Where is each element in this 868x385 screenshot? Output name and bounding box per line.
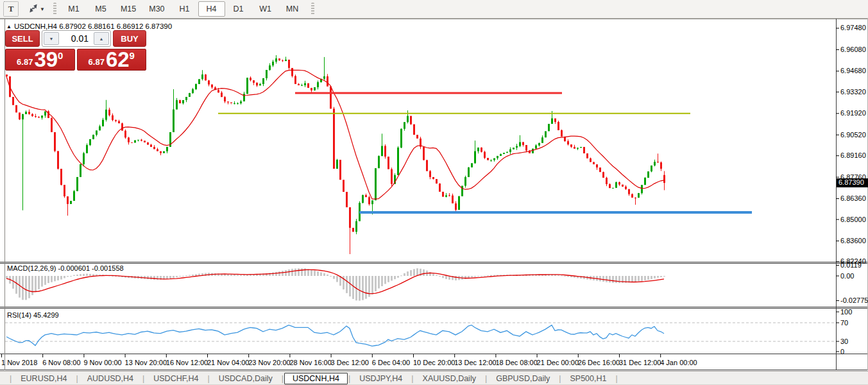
tab-separator: | — [10, 374, 12, 383]
one-click-trade-panel: SELL ▼ 0.01 ▲ BUY 6.87 39 0 6.87 62 9 — [5, 30, 146, 71]
text-tool-button[interactable]: T — [3, 1, 19, 17]
svg-text:6 Nov 08:00: 6 Nov 08:00 — [42, 359, 80, 366]
symbol-tab-bar: |EURUSD,H4|AUDUSD,H4|USDCHF,H4|USDCAD,Da… — [0, 371, 868, 385]
chart-tab-usdchf[interactable]: USDCHF,H4 — [145, 373, 207, 384]
svg-text:21 Nov 04:00: 21 Nov 04:00 — [207, 359, 249, 366]
tab-separator: | — [282, 374, 284, 383]
ask-price-button[interactable]: 6.87 62 9 — [77, 49, 147, 71]
chart-tab-gbpusd[interactable]: GBPUSD,Daily — [488, 373, 558, 384]
shapes-tool-button[interactable]: ▼ — [25, 1, 48, 17]
bid-price-prefix: 6.87 — [17, 57, 33, 67]
tab-separator: | — [559, 374, 561, 383]
bid-price-pip: 0 — [58, 50, 63, 61]
triangle-up-icon: ▲ — [6, 24, 12, 30]
svg-text:6.93320: 6.93320 — [840, 88, 866, 96]
svg-text:6.85000: 6.85000 — [840, 216, 866, 223]
timeframe-button-MN[interactable]: MN — [279, 1, 306, 17]
svg-text:0.00: 0.00 — [840, 272, 854, 280]
toolbar-gripper[interactable] — [53, 3, 56, 15]
svg-text:16 Nov 12:00: 16 Nov 12:00 — [166, 359, 208, 366]
lot-increase-button[interactable]: ▲ — [94, 32, 109, 45]
svg-text:0.0119: 0.0119 — [840, 261, 862, 269]
svg-text:1 Nov 2018: 1 Nov 2018 — [1, 359, 37, 366]
buy-button[interactable]: BUY — [113, 30, 146, 47]
svg-text:28 Nov 16:00: 28 Nov 16:00 — [289, 359, 331, 366]
svg-text:6.96080: 6.96080 — [840, 46, 866, 53]
chart-tab-sp500[interactable]: SP500,H1 — [561, 373, 615, 384]
svg-text:10 Dec 20:00: 10 Dec 20:00 — [413, 359, 455, 366]
bid-price-main: 39 — [34, 50, 58, 69]
svg-text:18 Dec 08:00: 18 Dec 08:00 — [495, 359, 537, 366]
chart-tab-audusd[interactable]: AUDUSD,H4 — [79, 373, 142, 384]
chart-tab-eurusd[interactable]: EURUSD,H4 — [12, 373, 75, 384]
svg-text:9 Nov 00:00: 9 Nov 00:00 — [83, 359, 121, 366]
svg-text:100: 100 — [840, 308, 852, 316]
chart-frame — [0, 19, 868, 370]
chart-tab-usdjpy[interactable]: USDJPY,H4 — [351, 373, 411, 384]
lot-decrease-button[interactable]: ▼ — [44, 32, 59, 45]
timeframe-button-H1[interactable]: H1 — [171, 1, 198, 17]
svg-text:70: 70 — [840, 319, 848, 327]
sell-button[interactable]: SELL — [5, 30, 40, 47]
timeframe-button-M30[interactable]: M30 — [142, 1, 171, 17]
svg-text:13 Dec 12:00: 13 Dec 12:00 — [454, 359, 496, 366]
chart-tab-usdcnh[interactable]: USDCNH,H4 — [284, 373, 348, 384]
svg-text:13 Nov 20:00: 13 Nov 20:00 — [125, 359, 167, 366]
timeframe-buttons: M1M5M15M30H1H4D1W1MN — [60, 1, 306, 17]
timeframe-button-M5[interactable]: M5 — [87, 1, 114, 17]
svg-text:0: 0 — [840, 348, 844, 355]
tab-separator: | — [207, 374, 209, 383]
tab-separator: | — [348, 374, 350, 383]
svg-text:31 Dec 12:00: 31 Dec 12:00 — [619, 359, 661, 366]
svg-text:6.94680: 6.94680 — [840, 67, 866, 74]
chart-ohlc: 6.87902 6.88161 6.86912 6.87390 — [59, 22, 172, 30]
chart-canvas[interactable]: 6.974806.960806.946806.933206.919206.905… — [0, 19, 868, 371]
chart-tab-usdcad[interactable]: USDCAD,Daily — [210, 373, 281, 384]
macd-label: MACD(12,26,9) -0.000601 -0.001558 — [7, 264, 124, 272]
svg-text:23 Nov 20:00: 23 Nov 20:00 — [248, 359, 290, 366]
rsi-label: RSI(14) 45.4299 — [7, 311, 59, 319]
trading-terminal-window: T ▼ M1M5M15M30H1H4D1W1MN 6.974806.960806… — [0, 0, 868, 385]
svg-text:-0.027754: -0.027754 — [840, 296, 868, 304]
chart-title: ▲USDCNH,H4 6.87902 6.88161 6.86912 6.873… — [6, 22, 172, 30]
lot-size-box: ▼ 0.01 ▲ — [42, 30, 111, 47]
svg-text:6 Dec 04:00: 6 Dec 04:00 — [372, 359, 410, 366]
toolbar-gripper[interactable] — [311, 3, 314, 15]
svg-text:6.97480: 6.97480 — [840, 24, 866, 31]
chart-tab-xauusd[interactable]: XAUUSD,Daily — [414, 373, 484, 384]
tab-separator: | — [76, 374, 78, 383]
timeframe-button-H4[interactable]: H4 — [198, 1, 225, 17]
svg-text:6.91920: 6.91920 — [840, 109, 866, 117]
svg-text:30: 30 — [840, 338, 848, 345]
svg-text:6.86360: 6.86360 — [840, 194, 866, 202]
timeframe-button-W1[interactable]: W1 — [252, 1, 279, 17]
svg-text:21 Dec 00:00: 21 Dec 00:00 — [537, 359, 579, 366]
chart-symbol: USDCNH,H4 — [14, 22, 57, 30]
lot-size-input[interactable]: 0.01 — [60, 31, 92, 46]
svg-text:3 Dec 12:00: 3 Dec 12:00 — [331, 359, 369, 366]
svg-text:6.83600: 6.83600 — [840, 237, 866, 244]
tab-separator: | — [615, 374, 617, 383]
tab-separator: | — [485, 374, 487, 383]
svg-text:26 Dec 16:00: 26 Dec 16:00 — [578, 359, 620, 366]
svg-text:6.90520: 6.90520 — [840, 131, 866, 139]
tab-separator: | — [142, 374, 144, 383]
timeframe-button-M1[interactable]: M1 — [60, 1, 87, 17]
chevron-down-icon: ▼ — [40, 6, 45, 12]
timeframe-button-D1[interactable]: D1 — [225, 1, 252, 17]
crossed-arrows-icon — [28, 4, 38, 15]
toolbar: T ▼ M1M5M15M30H1H4D1W1MN — [0, 0, 868, 19]
ask-price-pip: 9 — [130, 50, 135, 61]
svg-text:4 Jan 00:00: 4 Jan 00:00 — [660, 359, 697, 366]
ask-price-main: 62 — [106, 50, 130, 69]
tab-separator: | — [411, 374, 413, 383]
svg-text:6.89160: 6.89160 — [840, 151, 866, 159]
ask-price-prefix: 6.87 — [89, 57, 105, 67]
svg-text:6.87390: 6.87390 — [838, 178, 864, 186]
current-price-tag: 6.87390 — [837, 178, 868, 187]
bid-price-button[interactable]: 6.87 39 0 — [5, 49, 75, 71]
timeframe-button-M15[interactable]: M15 — [114, 1, 142, 17]
